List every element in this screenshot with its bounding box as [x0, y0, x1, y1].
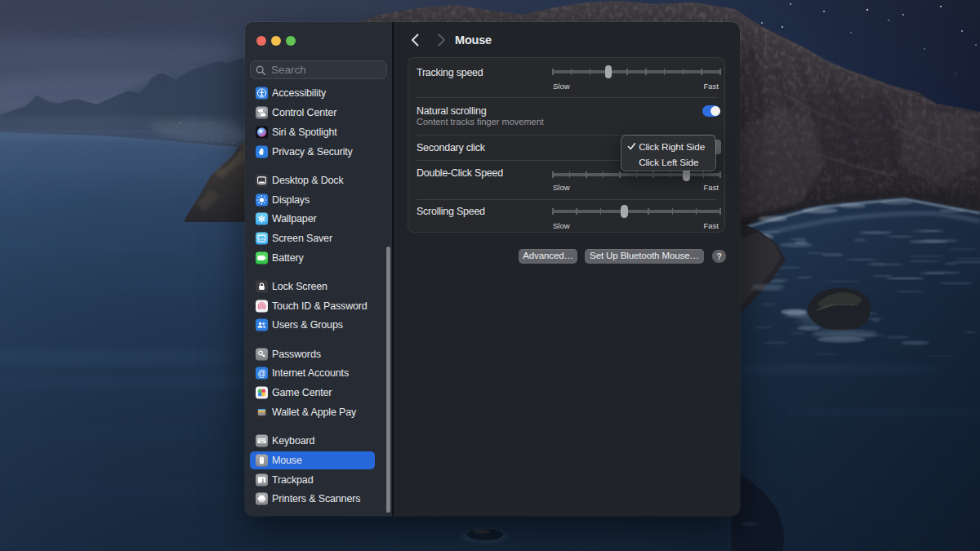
svg-text:@: @ [257, 369, 265, 378]
